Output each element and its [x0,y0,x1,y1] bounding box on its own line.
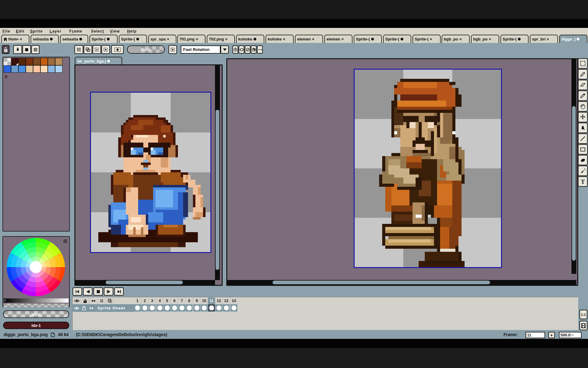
svg-text:Idx-0: Idx-0 [32,312,41,317]
svg-text:Mask: Mask [141,47,151,52]
svg-text:T: T [581,178,585,185]
